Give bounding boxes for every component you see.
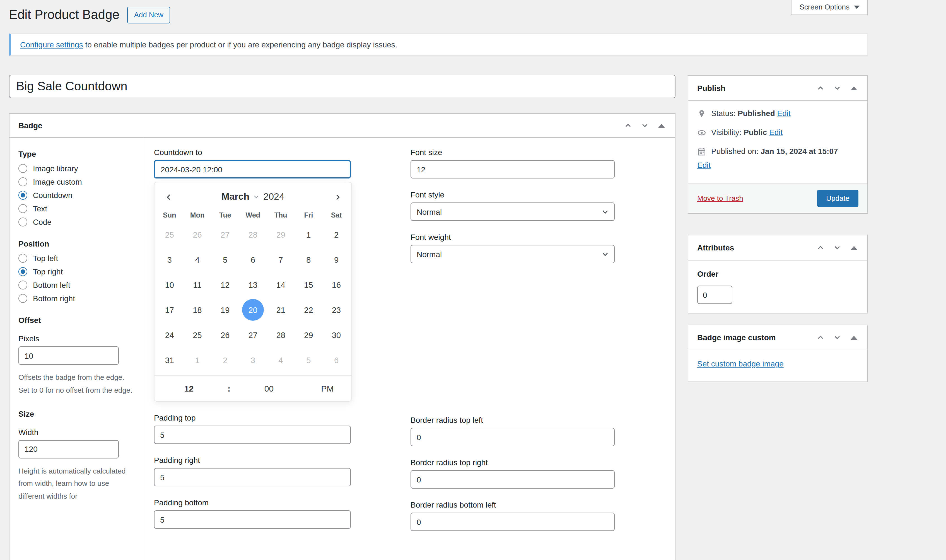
position-radio-option[interactable]: Top left xyxy=(18,253,134,263)
field-input[interactable] xyxy=(154,510,351,529)
calendar-day[interactable]: 18 xyxy=(186,299,208,321)
font-style-select[interactable]: Normal xyxy=(411,203,615,221)
type-radio-option[interactable]: Countdown xyxy=(18,190,134,200)
calendar-day[interactable]: 16 xyxy=(326,274,347,295)
calendar-day[interactable]: 23 xyxy=(326,299,347,321)
radio-button[interactable] xyxy=(18,191,27,200)
calendar-day[interactable]: 26 xyxy=(186,224,208,245)
radio-button[interactable] xyxy=(18,217,27,226)
calendar-day[interactable]: 12 xyxy=(214,274,236,295)
next-month-icon[interactable] xyxy=(330,190,345,204)
calendar-day[interactable]: 24 xyxy=(159,324,180,346)
current-year[interactable]: 2024 xyxy=(263,191,285,203)
calendar-day[interactable]: 7 xyxy=(270,249,292,271)
radio-button[interactable] xyxy=(18,254,27,263)
collapse-toggle-icon[interactable] xyxy=(848,242,860,253)
move-down-icon[interactable] xyxy=(832,83,843,94)
update-button[interactable]: Update xyxy=(817,190,858,207)
type-radio-option[interactable]: Text xyxy=(18,204,134,214)
calendar-day[interactable]: 5 xyxy=(298,349,319,371)
move-to-trash-link[interactable]: Move to Trash xyxy=(697,194,743,203)
calendar-day[interactable]: 21 xyxy=(270,299,292,321)
calendar-day[interactable]: 26 xyxy=(214,324,236,346)
field-input[interactable] xyxy=(411,428,615,446)
screen-options-button[interactable]: Screen Options xyxy=(791,0,868,15)
prev-month-icon[interactable] xyxy=(161,190,176,204)
calendar-day[interactable]: 27 xyxy=(242,324,264,346)
order-input[interactable] xyxy=(697,286,732,304)
calendar-day[interactable]: 5 xyxy=(214,249,236,271)
radio-button[interactable] xyxy=(18,204,27,213)
countdown-to-input[interactable] xyxy=(154,160,351,178)
move-down-icon[interactable] xyxy=(832,332,843,343)
calendar-day[interactable]: 28 xyxy=(270,324,292,346)
position-radio-option[interactable]: Top right xyxy=(18,267,134,277)
calendar-day[interactable]: 4 xyxy=(186,249,208,271)
radio-button[interactable] xyxy=(18,164,27,173)
calendar-day[interactable]: 28 xyxy=(242,224,264,245)
edit-published-link[interactable]: Edit xyxy=(697,161,711,169)
move-down-icon[interactable] xyxy=(639,120,651,131)
edit-status-link[interactable]: Edit xyxy=(777,109,791,118)
calendar-day[interactable]: 8 xyxy=(298,249,319,271)
month-dropdown-icon[interactable] xyxy=(253,192,259,202)
minute-input[interactable]: 00 xyxy=(235,384,303,393)
calendar-day[interactable]: 11 xyxy=(186,274,208,295)
calendar-day[interactable]: 15 xyxy=(298,274,319,295)
calendar-day[interactable]: 13 xyxy=(242,274,264,295)
calendar-day[interactable]: 6 xyxy=(242,249,264,271)
calendar-day[interactable]: 2 xyxy=(326,224,347,245)
calendar-day[interactable]: 27 xyxy=(214,224,236,245)
move-down-icon[interactable] xyxy=(832,242,843,253)
field-input[interactable] xyxy=(411,470,615,489)
configure-settings-link[interactable]: Configure settings xyxy=(20,40,83,49)
add-new-button[interactable]: Add New xyxy=(127,7,170,23)
badge-image-metabox-header[interactable]: Badge image custom xyxy=(688,325,868,350)
calendar-day[interactable]: 22 xyxy=(298,299,319,321)
calendar-day[interactable]: 1 xyxy=(186,349,208,371)
attributes-metabox-header[interactable]: Attributes xyxy=(688,235,868,260)
calendar-day[interactable]: 2 xyxy=(214,349,236,371)
collapse-toggle-icon[interactable] xyxy=(848,332,860,343)
move-up-icon[interactable] xyxy=(623,120,634,131)
post-title-input[interactable] xyxy=(9,75,675,98)
calendar-day[interactable]: 25 xyxy=(159,224,180,245)
set-custom-badge-image-link[interactable]: Set custom badge image xyxy=(697,359,784,368)
width-input[interactable] xyxy=(18,440,119,458)
calendar-day[interactable]: 14 xyxy=(270,274,292,295)
move-up-icon[interactable] xyxy=(815,83,826,94)
edit-visibility-link[interactable]: Edit xyxy=(769,128,783,137)
calendar-day[interactable]: 9 xyxy=(326,249,347,271)
calendar-day[interactable]: 10 xyxy=(159,274,180,295)
field-input[interactable] xyxy=(154,426,351,444)
field-input[interactable] xyxy=(154,468,351,486)
collapse-toggle-icon[interactable] xyxy=(848,83,860,94)
radio-button[interactable] xyxy=(18,280,27,289)
publish-metabox-header[interactable]: Publish xyxy=(688,76,868,101)
calendar-day[interactable]: 30 xyxy=(326,324,347,346)
calendar-day[interactable]: 6 xyxy=(326,349,347,371)
calendar-day[interactable]: 1 xyxy=(298,224,319,245)
calendar-day[interactable]: 17 xyxy=(159,299,180,321)
badge-metabox-header[interactable]: Badge xyxy=(9,114,675,138)
calendar-day[interactable]: 31 xyxy=(159,349,180,371)
position-radio-option[interactable]: Bottom right xyxy=(18,293,134,303)
type-radio-option[interactable]: Image library xyxy=(18,163,134,174)
font-weight-select[interactable]: Normal xyxy=(411,245,615,263)
collapse-toggle-icon[interactable] xyxy=(656,120,667,131)
field-input[interactable] xyxy=(411,512,615,531)
position-radio-option[interactable]: Bottom left xyxy=(18,280,134,290)
radio-button[interactable] xyxy=(18,267,27,276)
calendar-day[interactable]: 20 xyxy=(242,299,264,321)
hour-input[interactable]: 12 xyxy=(154,384,223,393)
calendar-day[interactable]: 4 xyxy=(270,349,292,371)
pixels-input[interactable] xyxy=(18,346,119,365)
calendar-day[interactable]: 19 xyxy=(214,299,236,321)
calendar-day[interactable]: 29 xyxy=(298,324,319,346)
calendar-day[interactable]: 3 xyxy=(242,349,264,371)
current-month[interactable]: March xyxy=(222,191,249,203)
type-radio-option[interactable]: Image custom xyxy=(18,177,134,187)
calendar-day[interactable]: 29 xyxy=(270,224,292,245)
font-size-input[interactable] xyxy=(411,160,615,178)
radio-button[interactable] xyxy=(18,177,27,186)
